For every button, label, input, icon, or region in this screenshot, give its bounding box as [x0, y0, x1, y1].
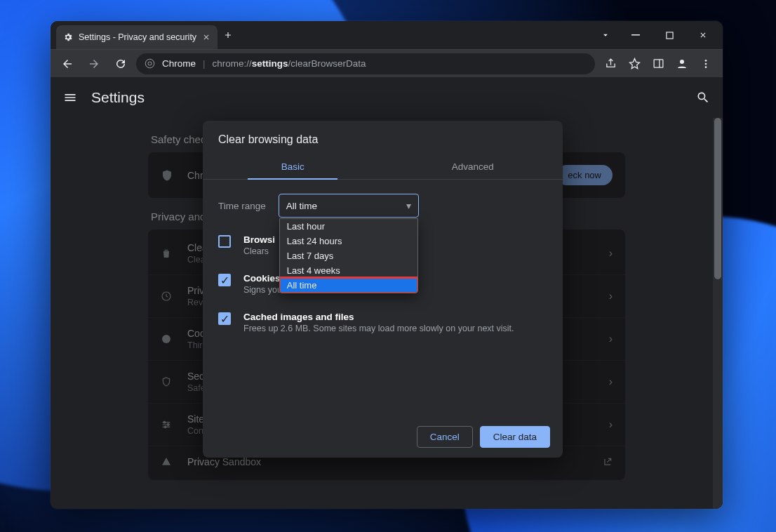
chevron-right-icon: › — [609, 375, 613, 388]
kebab-menu-icon[interactable] — [695, 53, 717, 75]
tab-title: Settings - Privacy and security — [79, 32, 196, 42]
option-last-4-weeks[interactable]: Last 4 weeks — [280, 263, 417, 278]
sandbox-icon — [161, 456, 176, 467]
chrome-window: Settings - Privacy and security Chrome |… — [51, 21, 723, 509]
settings-content: Settings Safety check Chro eck now Priva… — [51, 77, 723, 509]
tab-search-icon[interactable] — [594, 24, 617, 46]
svg-point-8 — [705, 62, 707, 65]
settings-title: Settings — [91, 89, 145, 106]
gear-icon — [63, 32, 73, 42]
option-last-hour[interactable]: Last hour — [280, 219, 417, 234]
back-button[interactable] — [56, 53, 79, 75]
check-now-button[interactable]: eck now — [556, 165, 613, 185]
cookies-checkbox[interactable]: ✓ — [218, 274, 231, 286]
cached-files-check: ✓ Cached images and files Frees up 2.6 M… — [218, 312, 547, 333]
url-host: Chrome — [162, 58, 196, 69]
external-link-icon — [603, 457, 613, 467]
svg-point-3 — [148, 62, 152, 65]
browsing-history-checkbox[interactable] — [218, 235, 231, 248]
menu-icon[interactable] — [63, 91, 77, 105]
url-origin: settings — [252, 58, 288, 69]
close-window-button[interactable] — [688, 24, 718, 46]
compass-icon — [161, 291, 176, 302]
time-range-label: Time range — [218, 201, 266, 211]
bookmark-icon[interactable] — [623, 53, 645, 75]
reload-button[interactable] — [109, 53, 132, 75]
svg-point-11 — [162, 335, 170, 343]
time-range-value: All time — [286, 201, 317, 211]
security-icon — [161, 376, 176, 387]
new-tab-button[interactable] — [218, 21, 239, 49]
title-bar: Settings - Privacy and security — [51, 21, 723, 49]
svg-point-14 — [164, 426, 166, 428]
chevron-right-icon: › — [609, 418, 613, 431]
scrollbar[interactable] — [713, 118, 723, 509]
svg-point-9 — [705, 66, 707, 68]
chrome-logo-icon — [145, 58, 155, 69]
tab-advanced[interactable]: Advanced — [383, 154, 563, 179]
svg-point-7 — [705, 60, 707, 62]
tab-basic[interactable]: Basic — [203, 154, 383, 179]
option-last-7-days[interactable]: Last 7 days — [280, 248, 417, 263]
svg-point-6 — [680, 60, 684, 64]
profile-icon[interactable] — [671, 53, 693, 75]
shield-icon — [161, 169, 176, 182]
svg-point-13 — [167, 424, 169, 426]
dialog-tabs: Basic Advanced — [203, 154, 563, 180]
svg-rect-4 — [654, 60, 663, 67]
browser-toolbar: Chrome | chrome://settings/clearBrowserD… — [51, 49, 723, 77]
svg-rect-1 — [666, 32, 672, 38]
sliders-icon — [161, 419, 176, 430]
chevron-right-icon: › — [609, 333, 613, 345]
settings-header: Settings — [51, 77, 723, 118]
clear-data-button[interactable]: Clear data — [480, 426, 550, 448]
maximize-button[interactable] — [654, 24, 685, 46]
url-scheme: chrome:// — [213, 58, 252, 69]
share-icon[interactable] — [599, 53, 622, 75]
cookie-icon — [161, 333, 176, 345]
time-range-select[interactable]: All time ▾ Last hour Last 24 hours Last … — [279, 194, 419, 218]
minimize-button[interactable] — [620, 24, 651, 46]
window-controls — [594, 21, 723, 49]
chevron-right-icon: › — [609, 290, 613, 302]
svg-rect-0 — [631, 34, 640, 36]
forward-button[interactable] — [83, 53, 105, 75]
side-panel-icon[interactable] — [647, 53, 669, 75]
search-icon[interactable] — [696, 91, 710, 105]
url-path: /clearBrowserData — [288, 58, 366, 69]
close-tab-icon[interactable] — [202, 33, 210, 41]
clear-browsing-data-dialog: Clear browsing data Basic Advanced Time … — [203, 121, 563, 458]
option-last-24-hours[interactable]: Last 24 hours — [280, 234, 417, 248]
browser-tab[interactable]: Settings - Privacy and security — [56, 25, 218, 49]
time-range-dropdown: Last hour Last 24 hours Last 7 days Last… — [279, 218, 418, 293]
svg-point-12 — [163, 421, 166, 423]
chevron-right-icon: › — [609, 247, 613, 260]
trash-icon — [161, 248, 176, 259]
address-bar[interactable]: Chrome | chrome://settings/clearBrowserD… — [136, 53, 595, 74]
svg-point-2 — [145, 59, 154, 68]
dialog-title: Clear browsing data — [203, 121, 563, 154]
chevron-down-icon: ▾ — [406, 200, 411, 211]
cached-files-checkbox[interactable]: ✓ — [218, 312, 231, 325]
cancel-button[interactable]: Cancel — [417, 426, 473, 448]
option-all-time[interactable]: All time — [280, 278, 417, 293]
